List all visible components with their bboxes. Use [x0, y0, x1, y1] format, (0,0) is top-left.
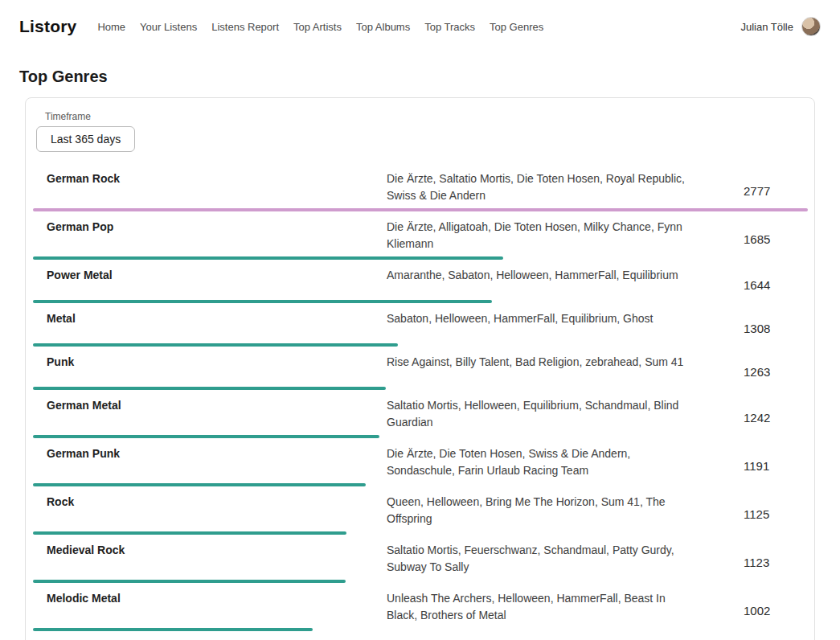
genre-name: German Metal	[33, 397, 387, 414]
genre-count: 2777	[744, 184, 808, 198]
nav-your-listens[interactable]: Your Listens	[140, 21, 197, 33]
nav-listens-report[interactable]: Listens Report	[211, 21, 279, 33]
table-row: German Indie Bukahara, Käptn Peng, KYTES…	[33, 631, 808, 640]
table-row: Medieval Rock Saltatio Mortis, Feuerschw…	[33, 535, 808, 583]
genre-count: 1123	[744, 556, 808, 569]
genre-name: Medieval Rock	[33, 542, 387, 559]
timeframe-label: Timeframe	[45, 111, 806, 122]
genre-table: German Rock Die Ärzte, Saltatio Mortis, …	[33, 163, 808, 640]
genre-name: Metal	[33, 310, 387, 327]
genre-count: 1263	[744, 365, 808, 379]
table-row: Metal Sabaton, Helloween, HammerFall, Eq…	[33, 303, 808, 347]
genre-artists: Amaranthe, Sabaton, Helloween, HammerFal…	[387, 267, 696, 291]
genre-name: German Rock	[33, 170, 387, 187]
genre-artists: Rise Against, Billy Talent, Bad Religion…	[387, 354, 696, 378]
genre-count: 1191	[744, 459, 808, 473]
brand-logo[interactable]: Listory	[19, 17, 76, 36]
table-row: Rock Queen, Helloween, Bring Me The Hori…	[33, 486, 808, 535]
table-row: German Punk Die Ärzte, Die Toten Hosen, …	[33, 438, 808, 486]
table-row: German Metal Saltatio Mortis, Helloween,…	[33, 390, 808, 438]
main-nav: Home Your Listens Listens Report Top Art…	[97, 21, 740, 33]
genre-count: 1308	[744, 322, 808, 335]
nav-top-genres[interactable]: Top Genres	[490, 21, 543, 33]
nav-top-artists[interactable]: Top Artists	[293, 21, 342, 33]
nav-top-tracks[interactable]: Top Tracks	[424, 21, 475, 33]
table-row: Power Metal Amaranthe, Sabaton, Hellowee…	[33, 260, 808, 303]
genre-name: Punk	[33, 354, 387, 371]
table-row: Melodic Metal Unleash The Archers, Hello…	[33, 583, 808, 631]
genre-count: 1125	[744, 507, 808, 521]
genre-artists: Die Ärzte, Die Toten Hosen, Swiss & Die …	[387, 445, 696, 486]
genre-artists: Die Ärzte, Alligatoah, Die Toten Hosen, …	[387, 219, 696, 260]
genre-artists: Saltatio Mortis, Feuerschwanz, Schandmau…	[387, 542, 696, 583]
nav-top-albums[interactable]: Top Albums	[356, 21, 410, 33]
genre-count: 1002	[744, 604, 808, 617]
user-name: Julian Tölle	[740, 21, 793, 33]
genre-artists: Unleash The Archers, Helloween, HammerFa…	[387, 590, 696, 631]
user-menu[interactable]: Julian Tölle	[740, 17, 821, 36]
genre-artists: Sabaton, Helloween, HammerFall, Equilibr…	[387, 310, 696, 334]
timeframe-control: Timeframe Last 365 days	[33, 111, 806, 152]
genre-name: Melodic Metal	[33, 590, 387, 607]
genre-name: Rock	[33, 494, 387, 511]
table-row: German Rock Die Ärzte, Saltatio Mortis, …	[33, 163, 808, 211]
table-row: German Pop Die Ärzte, Alligatoah, Die To…	[33, 211, 808, 260]
nav-home[interactable]: Home	[97, 21, 125, 33]
genre-count: 1685	[744, 232, 808, 246]
page-title: Top Genres	[19, 68, 840, 86]
genre-name: Power Metal	[33, 267, 387, 284]
genre-name: German Punk	[33, 445, 387, 462]
app-header: Listory Home Your Listens Listens Report…	[0, 0, 840, 53]
genre-name: German Pop	[33, 219, 387, 236]
genre-artists: Queen, Helloween, Bring Me The Horizon, …	[387, 494, 696, 535]
genre-artists: Saltatio Mortis, Helloween, Equilibrium,…	[387, 397, 696, 438]
timeframe-select[interactable]: Last 365 days	[36, 126, 135, 152]
table-row: Punk Rise Against, Billy Talent, Bad Rel…	[33, 347, 808, 390]
genre-artists: Die Ärzte, Saltatio Mortis, Die Toten Ho…	[387, 170, 696, 211]
genre-count: 1644	[744, 278, 808, 292]
top-genres-card: Timeframe Last 365 days German Rock Die …	[25, 97, 815, 640]
genre-count: 1242	[744, 411, 808, 425]
user-avatar[interactable]	[801, 17, 821, 36]
